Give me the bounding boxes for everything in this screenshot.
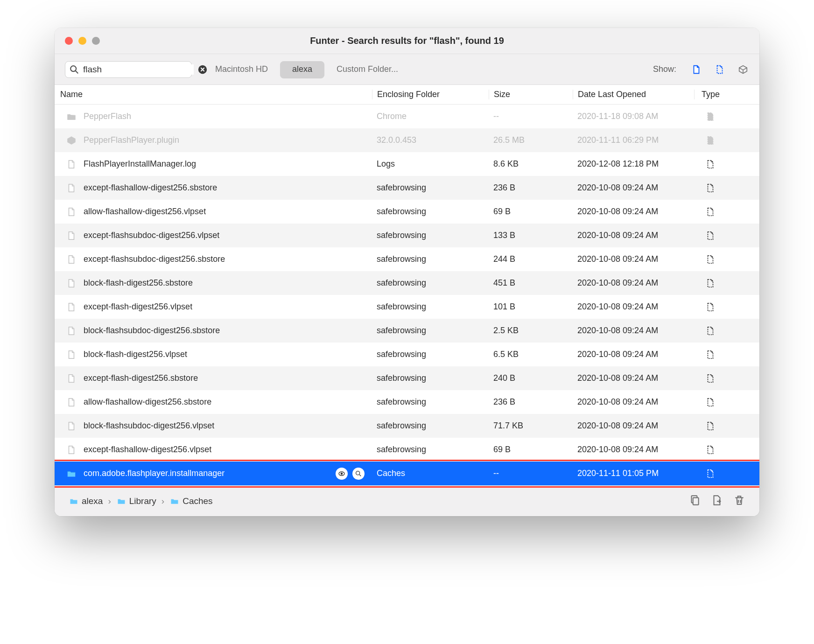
row-folder: safebrowsing [372,278,489,288]
search-field[interactable] [65,61,192,78]
row-folder: safebrowsing [372,326,489,336]
table-row[interactable]: except-flashsubdoc-digest256.vlpsetsafeb… [55,224,759,247]
table-row[interactable]: PepperFlashChrome--2020-11-18 09:08 AM [55,105,759,128]
results-list: PepperFlashChrome--2020-11-18 09:08 AMPe… [55,105,759,485]
row-size: 236 B [489,183,573,193]
minimize-window-button[interactable] [78,37,86,45]
row-date: 2020-10-08 09:24 AM [573,207,694,217]
row-type-icon [694,254,727,265]
row-size: 6.5 KB [489,350,573,359]
quicklook-button[interactable] [336,468,348,480]
scope-selector: Macintosh HDalexaCustom Folder... [203,61,410,78]
hidden-file-icon [705,420,716,432]
show-label: Show: [653,64,676,74]
scope-macintosh-hd[interactable]: Macintosh HD [203,61,280,78]
row-name: allow-flashallow-digest256.vlpset [84,207,206,217]
table-row[interactable]: block-flash-digest256.vlpsetsafebrowsing… [55,343,759,366]
hidden-file-icon [705,111,716,122]
row-date: 2020-10-08 09:24 AM [573,421,694,431]
row-type-icon [694,444,727,455]
show-visible-icon[interactable] [690,63,702,76]
header-type[interactable]: Type [694,90,727,99]
table-row[interactable]: except-flash-digest256.vlpsetsafebrowsin… [55,295,759,319]
header-size[interactable]: Size [489,90,573,99]
copy-button[interactable] [688,494,701,508]
breadcrumb-segment[interactable]: Library [116,496,156,506]
row-date: 2020-10-08 09:24 AM [573,183,694,193]
row-date: 2020-10-08 09:24 AM [573,278,694,288]
reveal-in-finder-button[interactable] [352,468,365,480]
reveal-button[interactable] [711,494,723,508]
table-row[interactable]: allow-flashallow-digest256.vlpsetsafebro… [55,200,759,224]
table-row[interactable]: except-flashallow-digest256.vlpsetsafebr… [55,438,759,462]
table-row[interactable]: com.adobe.flashplayer.installmanagerCach… [55,462,759,485]
document-icon [66,206,77,217]
folder-icon [66,468,77,479]
svg-point-5 [356,471,360,475]
table-row[interactable]: except-flashallow-digest256.sbstoresafeb… [55,176,759,200]
hidden-file-icon [705,397,716,408]
document-icon [66,373,77,384]
search-input[interactable] [83,64,194,75]
row-folder: Logs [372,159,489,169]
hidden-file-icon [705,278,716,289]
show-packages-icon[interactable] [737,63,749,76]
table-row[interactable]: except-flash-digest256.sbstoresafebrowsi… [55,366,759,390]
table-row[interactable]: block-flashsubdoc-digest256.sbstoresafeb… [55,319,759,343]
titlebar: Funter - Search results for "flash", fou… [55,28,759,54]
row-date: 2020-10-08 09:24 AM [573,254,694,264]
show-hidden-icon[interactable] [714,63,726,76]
hidden-file-icon [705,182,716,194]
row-folder: 32.0.0.453 [372,135,489,145]
row-name: com.adobe.flashplayer.installmanager [84,469,225,478]
row-size: 69 B [489,207,573,217]
table-row[interactable]: FlashPlayerInstallManager.logLogs8.6 KB2… [55,152,759,176]
row-folder: Chrome [372,112,489,121]
row-name: allow-flashallow-digest256.sbstore [84,397,211,407]
table-row[interactable]: except-flashsubdoc-digest256.sbstoresafe… [55,247,759,271]
chevron-right-icon: › [161,496,164,506]
scope-alexa[interactable]: alexa [280,61,324,78]
header-folder[interactable]: Enclosing Folder [372,90,489,99]
table-row[interactable]: PepperFlashPlayer.plugin32.0.0.45326.5 M… [55,128,759,152]
header-date[interactable]: Date Last Opened [573,90,694,99]
row-type-icon [694,278,727,289]
toolbar: Macintosh HDalexaCustom Folder... Show: [55,54,759,85]
hidden-file-icon [705,206,716,217]
breadcrumb-segment[interactable]: Caches [169,496,212,506]
row-type-icon [694,301,727,313]
svg-line-6 [359,475,361,476]
column-headers: Name Enclosing Folder Size Date Last Ope… [55,85,759,105]
row-date: 2020-10-08 09:24 AM [573,397,694,407]
row-folder: safebrowsing [372,373,489,383]
zoom-window-button[interactable] [92,37,100,45]
table-row[interactable]: block-flashsubdoc-digest256.vlpsetsafebr… [55,414,759,438]
row-size: 101 B [489,302,573,312]
table-row[interactable]: block-flash-digest256.sbstoresafebrowsin… [55,271,759,295]
svg-point-4 [341,473,342,474]
row-name: block-flash-digest256.vlpset [84,350,187,359]
breadcrumb-segment[interactable]: alexa [69,496,103,506]
row-folder: Caches [372,469,489,478]
row-type-icon [694,135,727,146]
hidden-file-icon [705,349,716,360]
header-name[interactable]: Name [55,90,372,99]
scope-custom-folder[interactable]: Custom Folder... [324,61,410,78]
row-folder: safebrowsing [372,254,489,264]
hidden-file-icon [705,230,716,241]
document-icon [66,159,77,170]
row-type-icon [694,111,727,122]
row-size: 133 B [489,231,573,240]
hidden-file-icon [705,373,716,384]
row-date: 2020-10-08 09:24 AM [573,445,694,455]
close-window-button[interactable] [65,37,73,45]
table-row[interactable]: allow-flashallow-digest256.sbstoresafebr… [55,390,759,414]
row-type-icon [694,397,727,408]
row-type-icon [694,206,727,217]
trash-button[interactable] [733,494,745,508]
row-name: except-flashallow-digest256.sbstore [84,183,217,193]
row-name: except-flash-digest256.sbstore [84,373,198,383]
row-size: 69 B [489,445,573,455]
hidden-file-icon [705,159,716,170]
document-icon [66,397,77,408]
